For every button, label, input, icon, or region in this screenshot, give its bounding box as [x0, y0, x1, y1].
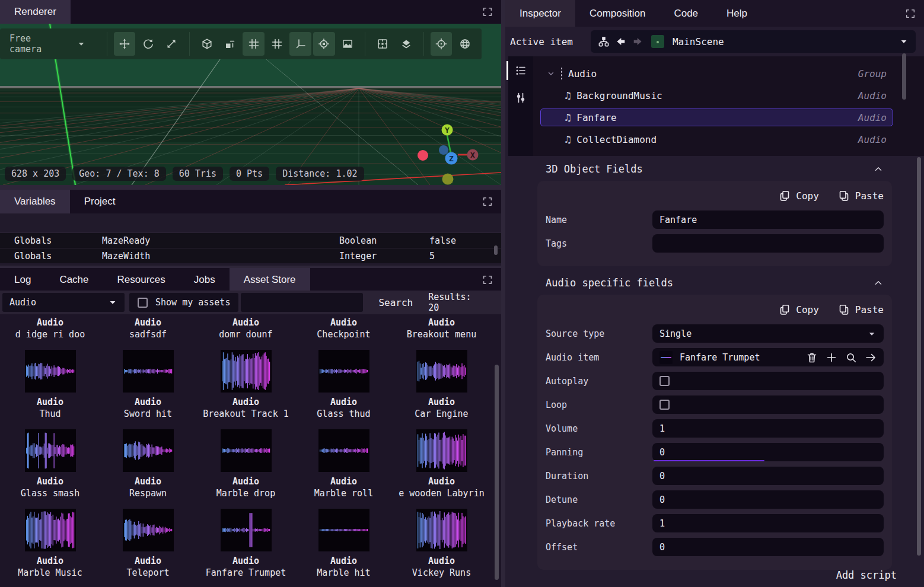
asset-card[interactable]: AudioMarble drop: [197, 429, 295, 499]
asset-card[interactable]: Audioe wooden Labyrin: [393, 429, 490, 499]
asset-card[interactable]: Audiosadfsdf: [99, 317, 197, 340]
asset-card[interactable]: Audiod idge ri doo: [1, 317, 99, 340]
asset-category-select[interactable]: Audio: [2, 293, 125, 312]
tree-item-backgroundmusic[interactable]: ♫BackgroundMusicAudio: [540, 87, 893, 104]
asset-card[interactable]: AudioVickey Runs: [393, 509, 490, 579]
image-tool-button[interactable]: [337, 32, 359, 56]
move-tool-button[interactable]: [114, 32, 136, 56]
show-my-assets-checkbox[interactable]: [138, 298, 148, 308]
axes-tool-button[interactable]: [289, 32, 311, 56]
bottom-tab-log[interactable]: Log: [0, 268, 45, 292]
copy-button[interactable]: Copy: [779, 190, 819, 202]
variables-tab-project[interactable]: Project: [70, 190, 130, 213]
add-audio-item-button[interactable]: [826, 352, 837, 363]
asset-card[interactable]: AudioCheckpoint: [295, 317, 393, 340]
renderer-tab-renderer[interactable]: Renderer: [0, 0, 71, 24]
scale-tool-button[interactable]: [161, 32, 183, 56]
globe-tool-button[interactable]: [454, 32, 476, 56]
bottom-tab-jobs[interactable]: Jobs: [180, 268, 230, 292]
scene-selector[interactable]: MainScene: [591, 30, 916, 53]
tree-item-collectdiamond[interactable]: ♫CollectDiamondAudio: [540, 130, 893, 148]
grid-tool-button[interactable]: [243, 32, 265, 56]
snap-tool-button[interactable]: [219, 32, 241, 56]
offset-input[interactable]: 0: [652, 538, 884, 556]
detune-input[interactable]: 0: [652, 490, 884, 509]
asset-card[interactable]: AudioThud: [1, 350, 99, 420]
tree-view-button[interactable]: [510, 60, 531, 81]
volume-input[interactable]: 1: [652, 419, 884, 438]
inspector-tab-inspector[interactable]: Inspector: [505, 0, 575, 27]
inspector-tab-code[interactable]: Code: [659, 0, 712, 27]
back-arrow-icon[interactable]: [616, 36, 626, 47]
browse-audio-item-button[interactable]: [845, 352, 857, 363]
fullscreen-icon[interactable]: [904, 7, 917, 20]
asset-card[interactable]: AudioGlass thud: [295, 350, 393, 420]
asset-search-input[interactable]: [241, 293, 363, 312]
asset-grid-scrollbar[interactable]: [495, 365, 499, 580]
paste-button[interactable]: Paste: [838, 190, 884, 202]
duration-input[interactable]: 0: [652, 467, 884, 485]
asset-card[interactable]: AudioFanfare Trumpet: [197, 509, 295, 579]
audio-item-input[interactable]: Fanfare Trumpet: [652, 348, 884, 366]
show-my-assets-toggle[interactable]: Show my assets: [129, 293, 238, 312]
bottom-tab-cache[interactable]: Cache: [45, 268, 103, 292]
goto-audio-item-button[interactable]: [865, 352, 877, 363]
delete-audio-item-button[interactable]: [806, 352, 818, 363]
asset-card[interactable]: AudioMarble hit: [295, 509, 393, 579]
playback-rate-input[interactable]: 1: [652, 514, 884, 532]
asset-card[interactable]: AudioTeleport: [99, 509, 197, 579]
fullscreen-icon[interactable]: [481, 273, 494, 286]
loop-input[interactable]: [652, 395, 884, 414]
asset-card[interactable]: AudioCar Engine: [393, 350, 490, 420]
rotate-tool-button[interactable]: [137, 32, 159, 56]
layers-tool-button[interactable]: [395, 32, 417, 56]
tags-input[interactable]: [652, 234, 884, 253]
paste-button[interactable]: Paste: [838, 304, 884, 315]
inspector-tab-composition[interactable]: Composition: [575, 0, 660, 27]
asset-card[interactable]: Audiodomr dounf: [197, 317, 295, 340]
viewport-3d[interactable]: YXZ Free camera 628 x 203Geo: 7 / Tex: 8…: [0, 24, 501, 185]
inspector-tab-help[interactable]: Help: [712, 0, 761, 27]
variable-row[interactable]: GlobalsMazeReadyBooleanfalse: [0, 232, 501, 248]
asset-card[interactable]: AudioMarble Music: [1, 509, 99, 579]
panning-input[interactable]: 0: [652, 443, 884, 461]
bottom-tab-resources[interactable]: Resources: [103, 268, 180, 292]
focus-tool-button[interactable]: [313, 32, 335, 56]
add-script-button[interactable]: Add script: [836, 569, 897, 581]
hierarchy-icon[interactable]: [598, 36, 610, 47]
panning-slider-track[interactable]: [654, 460, 764, 461]
tree-scrollbar[interactable]: [902, 53, 906, 100]
copy-button[interactable]: Copy: [779, 304, 819, 315]
variables-scrollbar[interactable]: [494, 245, 498, 255]
fullscreen-icon[interactable]: [481, 5, 494, 18]
variables-tab-variables[interactable]: Variables: [0, 190, 70, 213]
filters-button[interactable]: [510, 87, 531, 109]
grid-dots-tool-button[interactable]: [266, 32, 288, 56]
bottom-tab-asset-store[interactable]: Asset Store: [230, 268, 310, 292]
camera-mode-select[interactable]: Free camera: [6, 33, 92, 55]
frame-center-tool-button[interactable]: [372, 32, 394, 56]
search-button[interactable]: Search: [363, 297, 427, 308]
name-input[interactable]: Fanfare: [652, 210, 884, 229]
chevron-up-icon[interactable]: [873, 277, 884, 288]
asset-card[interactable]: AudioRespawn: [99, 429, 197, 499]
chevron-up-icon[interactable]: [873, 164, 884, 174]
asset-card[interactable]: AudioBreakout menu: [393, 317, 490, 340]
autoplay-checkbox[interactable]: [659, 376, 670, 386]
asset-card[interactable]: AudioBreakout Track 1: [197, 350, 295, 420]
inspector-scrollbar[interactable]: [917, 157, 921, 556]
asset-card[interactable]: AudioGlass smash: [1, 429, 99, 499]
tree-item-fanfare[interactable]: ♫FanfareAudio: [540, 109, 893, 126]
wire-cube-tool-button[interactable]: [196, 32, 218, 56]
forward-arrow-icon[interactable]: [632, 36, 643, 47]
asset-card[interactable]: AudioSword hit: [99, 350, 197, 420]
crosshair-tool-button[interactable]: [431, 32, 453, 56]
section-header-audio-specific-fields[interactable]: Audio specific fields: [537, 273, 892, 293]
section-header-3d-object-fields[interactable]: 3D Object Fields: [537, 159, 892, 179]
fullscreen-icon[interactable]: [481, 195, 494, 208]
loop-checkbox[interactable]: [659, 400, 670, 410]
autoplay-input[interactable]: [652, 372, 884, 390]
variable-row[interactable]: GlobalsMazeWidthInteger5: [0, 248, 501, 263]
chevron-down-icon[interactable]: [899, 37, 909, 46]
tree-item-audio[interactable]: AudioGroup: [540, 65, 893, 82]
